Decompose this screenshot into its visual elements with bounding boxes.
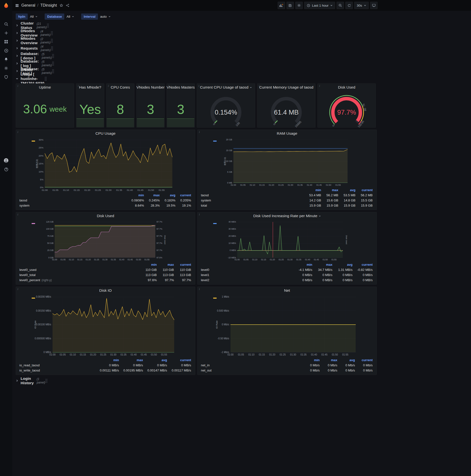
- dashboards-icon[interactable]: [0, 37, 12, 46]
- gauge[interactable]: 97.7%0100758095: [318, 91, 376, 127]
- legend-column-header[interactable]: min: [304, 188, 321, 192]
- panel-info-icon[interactable]: i: [17, 130, 18, 134]
- legend-column-header[interactable]: min: [95, 358, 119, 362]
- row-drag-handle[interactable]: [44, 77, 47, 81]
- legend-series-label[interactable]: level1: [201, 273, 209, 277]
- disk-rate-chart[interactable]: 01:0001:0501:1001:1501:2001:2501:3001:35…: [198, 220, 377, 262]
- panel-info-icon[interactable]: i: [168, 84, 169, 88]
- panel-info-icon[interactable]: i: [17, 213, 18, 216]
- search-icon[interactable]: [0, 20, 12, 29]
- cpu-usage-gauge[interactable]: 0.154%0100: [197, 91, 255, 127]
- legend-series-label[interactable]: level0: [201, 268, 209, 272]
- row-drag-handle[interactable]: [52, 69, 54, 73]
- legend-column-header[interactable]: min: [140, 263, 157, 267]
- memory-usage-gauge[interactable]: 61.4 MB015895: [257, 91, 315, 127]
- gauge[interactable]: 0.154%0100: [197, 91, 255, 127]
- variable-value-dropdown[interactable]: All: [64, 14, 76, 20]
- breadcrumb-folder[interactable]: General: [21, 3, 35, 8]
- row-requests[interactable]: Requests(4 panels): [16, 44, 19, 52]
- legend-series-label[interactable]: net_in: [201, 363, 209, 367]
- row-drag-handle[interactable]: [51, 46, 53, 51]
- create-plus-icon[interactable]: [0, 29, 12, 37]
- variable-value-dropdown[interactable]: All: [28, 14, 40, 20]
- legend-column-header[interactable]: min: [128, 193, 144, 197]
- panel-info-icon[interactable]: i: [319, 84, 320, 88]
- server-admin-shield-icon[interactable]: [0, 73, 12, 82]
- legend-series-label[interactable]: io_write_taosd: [19, 369, 40, 372]
- panel-title[interactable]: CPU Cores: [106, 84, 134, 91]
- save-dashboard-button[interactable]: [286, 2, 294, 9]
- row-drag-handle[interactable]: [45, 379, 48, 383]
- disk-used-gauge[interactable]: 97.7%0100758095: [318, 91, 376, 127]
- row-drag-handle[interactable]: [52, 61, 54, 66]
- legend-series-label[interactable]: io_read_taosd: [19, 363, 39, 367]
- star-icon[interactable]: [59, 3, 63, 7]
- gauge[interactable]: 61.4 MB015895: [257, 91, 315, 127]
- refresh-button[interactable]: [345, 2, 353, 9]
- net-chart[interactable]: 01:0001:0501:1001:1501:2001:2501:3001:35…: [198, 294, 377, 357]
- row-dnodes-overview[interactable]: DNodes Overview(4 panels): [16, 29, 19, 37]
- legend-column-header[interactable]: max: [119, 358, 143, 362]
- row-database-demo[interactable]: Database: [ demo ](5 panels): [16, 52, 19, 60]
- user-avatar[interactable]: [0, 156, 12, 165]
- refresh-interval-dropdown[interactable]: 30s: [354, 2, 369, 9]
- panel-title[interactable]: Disk Used: [16, 212, 195, 220]
- disk-used-chart[interactable]: 01:0001:0501:1001:1501:2001:2501:3001:35…: [16, 220, 195, 262]
- row-drag-handle[interactable]: [50, 38, 53, 43]
- legend-column-header[interactable]: min: [302, 358, 320, 362]
- legend-series-label[interactable]: taosd: [201, 193, 209, 197]
- legend-column-header[interactable]: current: [175, 193, 191, 197]
- legend-series-color[interactable]: [213, 223, 217, 224]
- panel-info-icon[interactable]: i: [199, 287, 200, 291]
- row-drag-handle[interactable]: [47, 23, 49, 28]
- panel-title[interactable]: CPU Usage: [16, 130, 195, 137]
- row-database-test[interactable]: Database: [ test ](5 panels): [16, 67, 19, 75]
- zoom-out-button[interactable]: [336, 2, 344, 9]
- dashboard-settings-button[interactable]: [295, 2, 303, 9]
- row-drag-handle[interactable]: [50, 31, 53, 35]
- ram-usage-chart[interactable]: 01:0001:0501:1001:1501:2001:2501:3001:35…: [198, 137, 377, 187]
- legend-column-header[interactable]: avg: [337, 358, 355, 362]
- panel-info-icon[interactable]: i: [199, 130, 200, 134]
- breadcrumb-dashboard[interactable]: TDinsight: [40, 3, 57, 8]
- panel-menu-caret[interactable]: [319, 215, 321, 217]
- legend-series-color[interactable]: [32, 223, 35, 224]
- alerting-bell-icon[interactable]: [0, 55, 12, 64]
- help-icon[interactable]: [0, 165, 12, 174]
- legend-column-header[interactable]: max: [144, 193, 160, 197]
- panel-title[interactable]: Current Memory Usage of taosd: [257, 84, 315, 91]
- variable-value-dropdown[interactable]: auto: [98, 14, 113, 20]
- legend-column-header[interactable]: current: [167, 358, 191, 362]
- panel-info-icon[interactable]: i: [17, 84, 18, 88]
- panel-title[interactable]: Disk Used Increasing Rate per Minute: [198, 212, 377, 220]
- legend-column-header[interactable]: current: [174, 263, 191, 267]
- time-range-picker[interactable]: Last 1 hour: [304, 2, 335, 9]
- share-icon[interactable]: [66, 3, 70, 7]
- legend-series-label[interactable]: level0_percent: [19, 278, 40, 282]
- legend-series-color[interactable]: [213, 298, 217, 299]
- add-panel-button[interactable]: [278, 2, 285, 9]
- panel-menu-caret[interactable]: [250, 86, 252, 89]
- panel-title[interactable]: VNodes Masters: [167, 84, 195, 91]
- legend-series-label[interactable]: level0_total: [19, 273, 35, 277]
- panel-title[interactable]: Uptime: [16, 84, 74, 91]
- cpu-usage-chart[interactable]: 01:0001:0501:1001:1501:2001:2501:3001:35…: [16, 137, 195, 192]
- legend-series-label[interactable]: total: [201, 204, 207, 207]
- legend-series-label[interactable]: system: [19, 204, 30, 207]
- row-database-log[interactable]: Database: [ log ](5 panels): [16, 60, 19, 67]
- row-dnode-usage[interactable]: DNode Usage [ huolinhe-TM1701:6030 ]: [16, 75, 19, 83]
- legend-column-header[interactable]: current: [355, 188, 373, 192]
- explore-compass-icon[interactable]: [0, 46, 12, 55]
- legend-series-color[interactable]: [213, 141, 217, 142]
- row-mnodes-overview[interactable]: MNodes Overview(2 panels): [16, 37, 19, 44]
- legend-series-label[interactable]: net_out: [201, 369, 211, 372]
- legend-series-label[interactable]: level2: [201, 278, 209, 282]
- legend-column-header[interactable]: avg: [332, 263, 353, 267]
- panel-title[interactable]: VNodes Number: [137, 84, 164, 91]
- row-cluster-status[interactable]: Cluster Status(21 panels): [16, 22, 19, 29]
- legend-column-header[interactable]: current: [353, 263, 373, 267]
- panel-info-icon[interactable]: i: [259, 84, 260, 88]
- legend-series-label[interactable]: level0_used: [19, 268, 36, 272]
- panel-info-icon[interactable]: i: [138, 84, 139, 88]
- panel-title[interactable]: RAM Usage: [198, 130, 377, 137]
